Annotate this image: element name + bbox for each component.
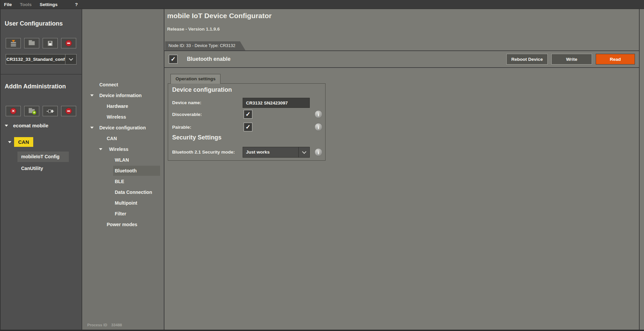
security-mode-info-icon[interactable]: i — [314, 148, 323, 156]
expander-down-icon[interactable] — [99, 148, 102, 150]
security-settings-heading: Security Settings — [172, 134, 221, 141]
discoverable-checkbox[interactable]: ✓ — [244, 110, 252, 119]
write-button[interactable]: Write — [551, 54, 592, 65]
security-mode-value: Just works — [243, 147, 298, 157]
add-addin-button[interactable]: + — [24, 106, 39, 116]
nav-item-wlan[interactable]: WLAN — [82, 155, 164, 165]
config-select-dropdown-button[interactable] — [65, 54, 76, 64]
process-id-value: 33488 — [111, 323, 122, 327]
read-button[interactable]: Read — [596, 54, 635, 65]
expander-down-icon[interactable] — [90, 94, 94, 96]
check-icon: ✓ — [170, 56, 176, 62]
save-icon — [48, 41, 53, 46]
sidebar-divider — [0, 74, 82, 75]
nav-item-data-connection[interactable]: Data Connection — [82, 187, 164, 198]
can-highlight[interactable]: CAN — [14, 137, 33, 147]
menu-settings[interactable]: Settings — [36, 0, 61, 9]
expander-down-icon[interactable] — [8, 141, 11, 143]
page-title: mobile IoT Device Configurator — [167, 12, 272, 20]
security-mode-select[interactable]: Just works — [243, 147, 310, 158]
pairable-checkbox[interactable]: ✓ — [244, 123, 252, 131]
remove-minus-icon — [65, 108, 72, 114]
chevron-down-icon — [69, 56, 73, 61]
nav-item-wireless-info[interactable]: Wireless — [82, 112, 164, 122]
tree-item-can[interactable]: CAN — [8, 137, 33, 147]
config-select-value: CR3132_33_Standard_conf — [6, 54, 65, 64]
window-bottom-edge — [0, 330, 644, 331]
check-icon: ✓ — [245, 124, 250, 130]
settings-panel: Device configuration Device name: Discov… — [168, 83, 326, 161]
connect-addin-button[interactable] — [43, 106, 58, 116]
bluetooth-enable-label: Bluetooth enable — [187, 51, 231, 67]
nav-item-hardware[interactable]: Hardware — [82, 101, 164, 112]
menu-tools[interactable]: Tools — [16, 0, 36, 9]
pairable-label: Pairable: — [172, 125, 191, 130]
pairable-info-icon[interactable]: i — [314, 123, 323, 131]
version-subtitle: Release - Version 1.1.9.6 — [167, 27, 220, 32]
open-config-button[interactable] — [24, 38, 39, 48]
reboot-device-button[interactable]: Reboot Device — [506, 54, 548, 65]
nav-item-device-configuration[interactable]: Device configuration — [82, 122, 164, 133]
security-mode-label: Bluetooth 2.1 Security mode: — [172, 150, 235, 155]
nav-item-power-modes[interactable]: Power modes — [82, 219, 164, 230]
nav-item-ble[interactable]: BLE — [82, 176, 164, 187]
add-folder-icon: + — [29, 109, 35, 113]
security-mode-dropdown-button[interactable] — [298, 147, 309, 157]
addin-toolbar: ✕ + — [6, 106, 76, 116]
chevron-down-icon — [302, 150, 306, 154]
nav-item-bluetooth[interactable]: Bluetooth — [82, 165, 164, 176]
check-icon: ✓ — [245, 111, 250, 117]
menu-help[interactable]: ? — [71, 0, 82, 9]
menu-bar: File Tools Settings ? — [0, 0, 644, 9]
expander-down-icon[interactable] — [5, 125, 8, 127]
nav-item-device-information[interactable]: Device information — [82, 90, 164, 101]
config-select[interactable]: CR3132_33_Standard_conf — [6, 54, 77, 65]
device-name-label: Device name: — [172, 100, 201, 105]
action-buttons: Reboot Device Write Read — [506, 54, 635, 65]
nav-item-filter[interactable]: Filter — [82, 208, 164, 219]
close-x-icon: ✕ — [10, 108, 16, 114]
window-right-gutter — [640, 9, 644, 331]
tree-item-canutility[interactable]: CanUtility — [21, 166, 43, 171]
menu-file[interactable]: File — [0, 0, 16, 9]
feature-header: ✓ Bluetooth enable Reboot Device Write R… — [164, 51, 639, 67]
import-config-button[interactable] — [6, 38, 21, 48]
close-addin-button[interactable]: ✕ — [6, 106, 21, 116]
remove-addin-button[interactable] — [61, 106, 76, 116]
remove-icon — [65, 40, 72, 46]
discoverable-info-icon[interactable]: i — [314, 110, 323, 118]
header-divider — [164, 67, 639, 68]
discoverable-label: Discoverable: — [172, 112, 202, 117]
addin-administration-title: AddIn Administration — [5, 83, 66, 90]
sidebar: User Configurations CR3132_33_Standard_c… — [0, 9, 82, 331]
remove-config-button[interactable] — [61, 38, 76, 48]
tree-root-label: ecomat mobile — [13, 123, 48, 128]
device-node-tab[interactable]: Node ID: 33 - Device Type: CR3132 — [165, 41, 245, 50]
device-name-input[interactable] — [243, 98, 310, 108]
device-nav: Connect Device information Hardware Wire… — [82, 9, 164, 331]
folder-icon — [29, 41, 35, 45]
nav-item-can[interactable]: CAN — [82, 133, 164, 144]
user-configurations-title: User Configurations — [5, 20, 63, 27]
connector-icon — [47, 109, 54, 113]
save-config-button[interactable] — [43, 38, 58, 48]
process-id-label: Process ID — [87, 323, 107, 327]
tab-operation-settings[interactable]: Operation settings — [170, 74, 220, 84]
import-icon — [10, 40, 17, 46]
tree-item-mobileiot-config[interactable]: mobileIoT Config — [17, 152, 69, 162]
nav-item-multipoint[interactable]: Multipoint — [82, 198, 164, 208]
nav-item-wireless-config[interactable]: Wireless — [82, 144, 164, 155]
user-config-toolbar — [6, 38, 76, 48]
device-configuration-heading: Device configuration — [172, 86, 232, 93]
window-left-edge — [0, 0, 1, 331]
main-area: mobile IoT Device Configurator Release -… — [164, 9, 640, 331]
tree-item-ecomat-mobile[interactable]: ecomat mobile — [5, 123, 48, 128]
expander-down-icon[interactable] — [90, 127, 94, 129]
bluetooth-enable-checkbox[interactable]: ✓ — [169, 55, 178, 64]
nav-item-connect[interactable]: Connect — [82, 79, 164, 90]
process-id: Process ID33488 — [87, 323, 122, 327]
